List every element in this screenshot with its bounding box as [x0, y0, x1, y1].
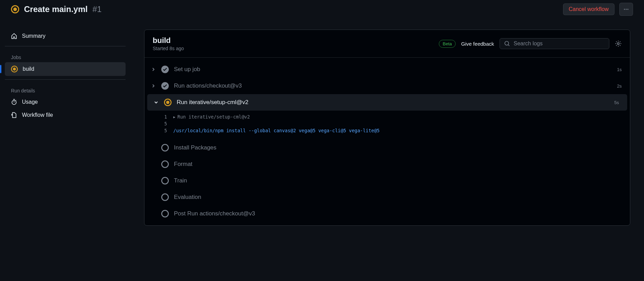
cancel-workflow-button[interactable]: Cancel workflow [563, 3, 614, 15]
step-label: Install Packages [174, 144, 622, 151]
sidebar-item-label: Workflow file [22, 112, 53, 118]
step-install-packages[interactable]: Install Packages [144, 139, 630, 156]
job-subtitle: Started 8s ago [153, 46, 433, 51]
log-line: 5 [144, 120, 630, 127]
step-label: Set up job [174, 66, 612, 73]
step-duration: 5s [614, 100, 619, 105]
chevron-placeholder [151, 178, 156, 183]
job-title: build [153, 36, 433, 45]
triangle-right-icon: ▶ [173, 115, 175, 119]
svg-point-15 [162, 161, 168, 167]
pending-circle-icon [161, 193, 169, 201]
search-logs-input[interactable] [514, 41, 605, 47]
step-evaluation[interactable]: Evaluation [144, 189, 630, 205]
log-line-number: 5 [153, 121, 173, 126]
svg-point-18 [162, 210, 168, 217]
svg-point-16 [162, 177, 168, 184]
beta-badge: Beta [439, 40, 456, 48]
running-icon [11, 5, 19, 13]
chevron-right-icon [151, 67, 156, 72]
chevron-right-icon [151, 83, 156, 89]
settings-button[interactable] [615, 40, 622, 47]
kebab-icon [623, 7, 629, 12]
svg-point-13 [166, 101, 169, 104]
file-icon [11, 112, 17, 118]
step-checkout[interactable]: Run actions/checkout@v3 2s [144, 78, 630, 94]
main-content: build Started 8s ago Beta Give feedback [130, 21, 644, 281]
sidebar: Summary Jobs build Run details Usage Wor… [0, 21, 130, 281]
svg-point-4 [628, 9, 629, 10]
run-number: #1 [92, 4, 102, 14]
chevron-down-icon [153, 100, 159, 105]
home-icon [11, 33, 17, 39]
sidebar-item-workflow-file[interactable]: Workflow file [5, 109, 126, 122]
svg-point-17 [162, 194, 168, 200]
pending-circle-icon [161, 177, 169, 185]
panel-header: build Started 8s ago Beta Give feedback [144, 30, 630, 58]
stopwatch-icon [11, 99, 17, 105]
step-label: Run iterative/setup-cml@v2 [177, 99, 609, 106]
step-label: Post Run actions/checkout@v3 [174, 210, 622, 217]
chevron-placeholder [151, 145, 156, 150]
divider [5, 46, 126, 46]
sidebar-item-label: Usage [22, 99, 38, 105]
svg-point-2 [624, 9, 625, 10]
sidebar-item-label: build [23, 66, 34, 72]
running-icon [11, 66, 18, 72]
svg-point-9 [617, 43, 619, 45]
check-circle-icon [161, 82, 169, 90]
chevron-placeholder [151, 194, 156, 200]
chevron-placeholder [151, 211, 156, 216]
sidebar-item-job-build[interactable]: build [5, 62, 126, 76]
step-post-checkout[interactable]: Post Run actions/checkout@v3 [144, 205, 630, 222]
log-text: /usr/local/bin/npm install --global canv… [173, 128, 379, 133]
run-details-label: Run details [5, 83, 126, 95]
pending-circle-icon [161, 160, 169, 168]
steps-list: Set up job 1s Run actions/checkout@v3 2s [144, 58, 630, 225]
page-header: Create main.yml #1 Cancel workflow [0, 0, 644, 21]
log-line[interactable]: 1 ▶ Run iterative/setup-cml@v2 [144, 113, 630, 120]
log-line: 5 /usr/local/bin/npm install --global ca… [144, 127, 630, 134]
svg-point-8 [505, 41, 508, 45]
sidebar-item-label: Summary [22, 33, 45, 39]
svg-point-14 [162, 144, 168, 151]
step-label: Run actions/checkout@v3 [174, 82, 612, 89]
svg-point-3 [626, 9, 627, 10]
step-duration: 1s [617, 67, 622, 72]
step-duration: 2s [617, 83, 622, 89]
log-text: Run iterative/setup-cml@v2 [177, 114, 250, 120]
search-logs-field[interactable] [500, 38, 609, 49]
job-panel: build Started 8s ago Beta Give feedback [144, 30, 630, 226]
step-setup-cml[interactable]: Run iterative/setup-cml@v2 5s [147, 94, 627, 111]
running-icon [164, 98, 172, 106]
step-train[interactable]: Train [144, 172, 630, 189]
step-label: Format [174, 161, 622, 168]
more-actions-button[interactable] [619, 3, 633, 16]
gear-icon [615, 40, 622, 47]
log-line-number: 5 [153, 128, 173, 133]
log-output: 1 ▶ Run iterative/setup-cml@v2 5 5 /usr/… [144, 111, 630, 139]
step-setup-job[interactable]: Set up job 1s [144, 61, 630, 78]
sidebar-item-usage[interactable]: Usage [5, 95, 126, 109]
svg-point-6 [13, 68, 16, 71]
give-feedback-link[interactable]: Give feedback [461, 41, 494, 47]
step-label: Train [174, 177, 622, 184]
jobs-label: Jobs [5, 50, 126, 62]
sidebar-item-summary[interactable]: Summary [5, 30, 126, 43]
step-label: Evaluation [174, 194, 622, 201]
pending-circle-icon [161, 144, 169, 152]
workflow-title: Create main.yml [24, 4, 87, 14]
chevron-placeholder [151, 161, 156, 167]
pending-circle-icon [161, 210, 169, 218]
search-icon [504, 41, 510, 47]
check-circle-icon [161, 65, 169, 74]
step-format[interactable]: Format [144, 156, 630, 172]
log-line-number: 1 [153, 114, 173, 120]
divider [5, 79, 126, 80]
svg-point-1 [13, 8, 17, 11]
